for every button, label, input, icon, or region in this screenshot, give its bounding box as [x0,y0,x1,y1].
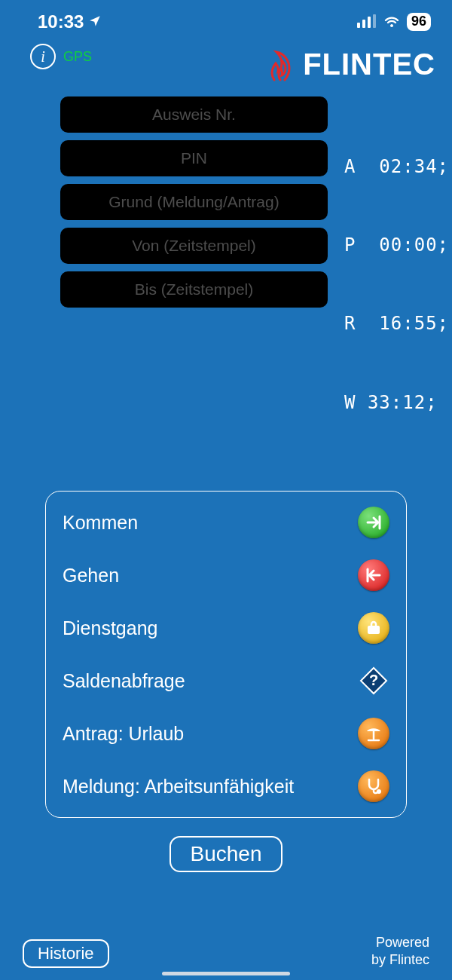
pin-placeholder: PIN [181,149,207,167]
wifi-icon [383,11,401,32]
info-gps-group: i GPS [30,44,92,69]
action-label: Saldenabfrage [63,670,185,692]
action-label: Meldung: Arbeitsunfähigkeit [63,776,294,798]
stat-line-w: W 33:12; [344,390,449,416]
info-icon[interactable]: i [30,44,56,69]
svg-rect-0 [357,23,360,28]
stat-line-p: P 00:00; [344,232,449,259]
gps-status: GPS [63,49,92,65]
flame-icon [265,44,295,84]
powered-line1: Powered [371,934,429,951]
book-button[interactable]: Buchen [170,836,283,872]
svg-rect-2 [368,17,371,28]
sick-icon [358,770,389,802]
balance-icon: ? [358,665,389,697]
status-time: 10:33 [38,11,84,32]
history-button[interactable]: Historie [23,939,109,968]
action-label: Kommen [63,512,138,534]
errand-icon [358,612,389,644]
home-indicator[interactable] [162,972,290,975]
time-stats: A 02:34; P 00:00; R 16:55; W 33:12; [328,84,449,468]
action-label: Antrag: Urlaub [63,723,184,745]
powered-line2: by Flintec [371,951,429,969]
action-kommen[interactable]: Kommen [46,496,406,549]
footer: Historie Powered by Flintec [0,934,452,968]
arrive-icon [358,507,389,538]
action-list: Kommen Gehen Dienstgang Saldenabfrage ? [45,491,407,818]
action-label: Dienstgang [63,617,157,639]
action-salden[interactable]: Saldenabfrage ? [46,654,406,707]
action-urlaub[interactable]: Antrag: Urlaub [46,707,406,760]
action-gehen[interactable]: Gehen [46,549,406,602]
leave-icon [358,559,389,591]
bis-input[interactable]: Bis (Zeitstempel) [60,271,328,308]
bis-placeholder: Bis (Zeitstempel) [135,280,254,299]
status-bar: 10:33 96 [0,0,452,38]
svg-rect-4 [368,626,380,634]
stat-line-r: R 16:55; [344,311,449,337]
status-time-group: 10:33 [38,11,102,32]
input-form: Ausweis Nr. PIN Grund (Meldung/Antrag) V… [60,84,328,308]
powered-by: Powered by Flintec [371,934,429,968]
pin-input[interactable]: PIN [60,140,328,176]
ausweis-placeholder: Ausweis Nr. [152,106,236,124]
action-label: Gehen [63,565,119,586]
brand-name: FLINTEC [303,47,435,81]
svg-rect-1 [362,20,365,28]
stat-line-a: A 02:34; [344,154,449,180]
battery-level: 96 [407,13,431,31]
status-right-group: 96 [357,11,431,32]
grund-placeholder: Grund (Meldung/Antrag) [108,193,279,211]
svg-rect-3 [373,14,376,28]
ausweis-input[interactable]: Ausweis Nr. [60,96,328,133]
app-header: i GPS FLINTEC [0,38,452,84]
action-arbeitsunfaehigkeit[interactable]: Meldung: Arbeitsunfähigkeit [46,760,406,813]
vacation-icon [358,718,389,749]
von-placeholder: Von (Zeitstempel) [132,237,256,255]
action-dienstgang[interactable]: Dienstgang [46,602,406,654]
grund-input[interactable]: Grund (Meldung/Antrag) [60,184,328,220]
cellular-signal-icon [357,11,377,32]
brand-logo: FLINTEC [265,44,435,84]
von-input[interactable]: Von (Zeitstempel) [60,228,328,264]
location-arrow-icon [88,11,102,32]
svg-text:?: ? [369,672,378,688]
